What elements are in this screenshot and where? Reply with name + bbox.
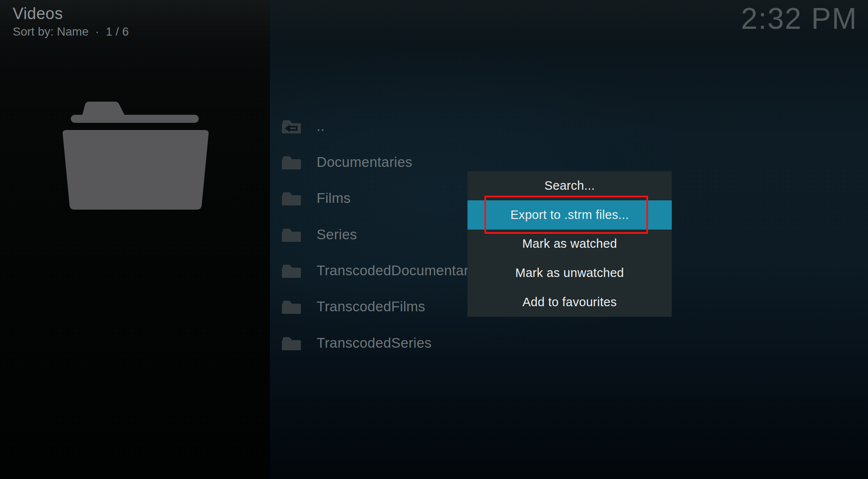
list-item-label: Films xyxy=(317,190,351,206)
list-item-label: .. xyxy=(317,118,325,134)
list-item-films[interactable]: Films xyxy=(281,180,351,216)
clock: 2:32 PM xyxy=(741,3,857,35)
left-panel xyxy=(0,0,270,479)
list-item-parent-dir[interactable]: .. xyxy=(281,108,325,144)
context-menu: Search... Export to .strm files... Mark … xyxy=(467,171,672,317)
context-menu-item-mark-watched[interactable]: Mark as watched xyxy=(467,230,672,259)
context-menu-item-search[interactable]: Search... xyxy=(467,171,672,200)
kodi-videos-screen: Videos Sort by: Name · 1 / 6 2:32 PM .. … xyxy=(0,0,868,479)
folder-icon xyxy=(281,155,301,170)
list-item-transcoded-documentaries[interactable]: TranscodedDocumentaries xyxy=(281,253,487,288)
folder-icon xyxy=(281,336,301,351)
list-item-label: TranscodedSeries xyxy=(317,335,431,351)
folder-icon xyxy=(281,299,301,314)
list-item-label: Series xyxy=(317,227,357,243)
list-item-transcoded-films[interactable]: TranscodedFilms xyxy=(281,289,425,324)
list-item-label: TranscodedFilms xyxy=(317,299,425,315)
folder-icon xyxy=(281,227,301,242)
list-item-label: TranscodedDocumentaries xyxy=(317,263,487,279)
folder-back-icon xyxy=(281,119,301,134)
list-item-transcoded-series[interactable]: TranscodedSeries xyxy=(281,325,431,361)
list-item-documentaries[interactable]: Documentaries xyxy=(281,144,412,180)
context-menu-item-mark-unwatched[interactable]: Mark as unwatched xyxy=(467,258,672,288)
sort-status-text: Sort by: Name · 1 / 6 xyxy=(13,25,129,39)
context-menu-item-export-strm[interactable]: Export to .strm files... xyxy=(467,200,672,230)
page-title: Videos xyxy=(13,3,63,24)
context-menu-item-add-favourites[interactable]: Add to favourites xyxy=(467,288,672,317)
folder-icon xyxy=(281,191,301,206)
list-item-label: Documentaries xyxy=(317,154,412,170)
list-item-series[interactable]: Series xyxy=(281,217,357,252)
folder-icon xyxy=(281,263,301,278)
big-folder-icon xyxy=(61,101,210,210)
